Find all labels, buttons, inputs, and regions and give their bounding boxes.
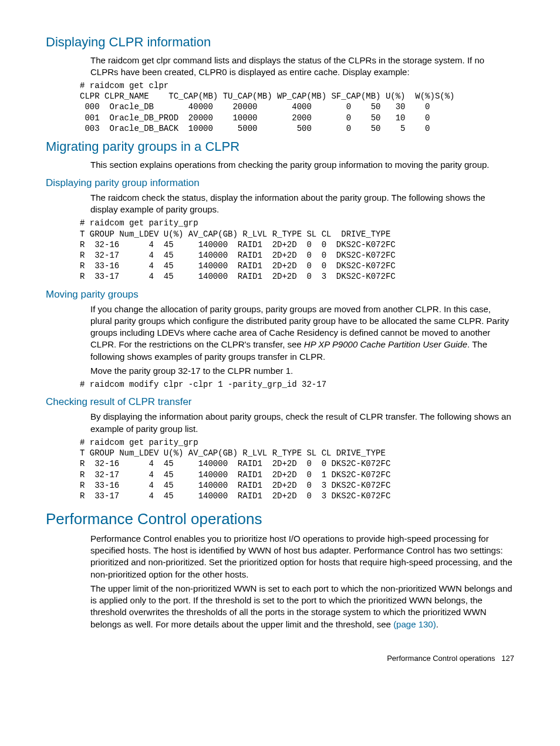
paragraph: Move the parity group 32-17 to the CLPR … bbox=[90, 365, 514, 377]
code-block-get-parity-grp-2: # raidcom get parity_grp T GROUP Num_LDE… bbox=[80, 437, 514, 501]
text: . bbox=[436, 619, 438, 629]
heading-migrating-parity-groups: Migrating parity groups in a CLPR bbox=[46, 139, 514, 156]
heading-performance-control-operations: Performance Control operations bbox=[46, 509, 514, 529]
heading-displaying-clpr-information: Displaying CLPR information bbox=[46, 34, 514, 51]
code-block-get-clpr: # raidcom get clpr CLPR CLPR_NAME TC_CAP… bbox=[80, 80, 514, 134]
paragraph: The raidcom check the status, display th… bbox=[90, 192, 514, 216]
code-block-modify-clpr: # raidcom modify clpr -clpr 1 -parity_gr… bbox=[80, 379, 514, 390]
heading-moving-parity-groups: Moving parity groups bbox=[46, 288, 514, 301]
heading-displaying-parity-group-information: Displaying parity group information bbox=[46, 177, 514, 190]
paragraph: This section explains operations from ch… bbox=[90, 159, 514, 171]
paragraph: If you change the allocation of parity g… bbox=[90, 303, 514, 363]
page-footer: Performance Control operations 127 bbox=[46, 654, 514, 664]
paragraph: The raidcom get clpr command lists and d… bbox=[90, 55, 514, 79]
text: The upper limit of the non-prioritized W… bbox=[90, 583, 512, 629]
footer-page-number: 127 bbox=[501, 654, 514, 663]
heading-checking-result-clpr-transfer: Checking result of CLPR transfer bbox=[46, 396, 514, 409]
paragraph: By displaying the information about pari… bbox=[90, 411, 514, 435]
page-reference-link[interactable]: (page 130) bbox=[393, 619, 436, 629]
reference-italic: HP XP P9000 Cache Partition User Guide bbox=[304, 339, 467, 349]
paragraph: The upper limit of the non-prioritized W… bbox=[90, 583, 514, 630]
code-block-get-parity-grp-1: # raidcom get parity_grp T GROUP Num_LDE… bbox=[80, 218, 514, 282]
footer-section-label: Performance Control operations bbox=[387, 654, 495, 663]
paragraph: Performance Control enables you to prior… bbox=[90, 533, 514, 580]
